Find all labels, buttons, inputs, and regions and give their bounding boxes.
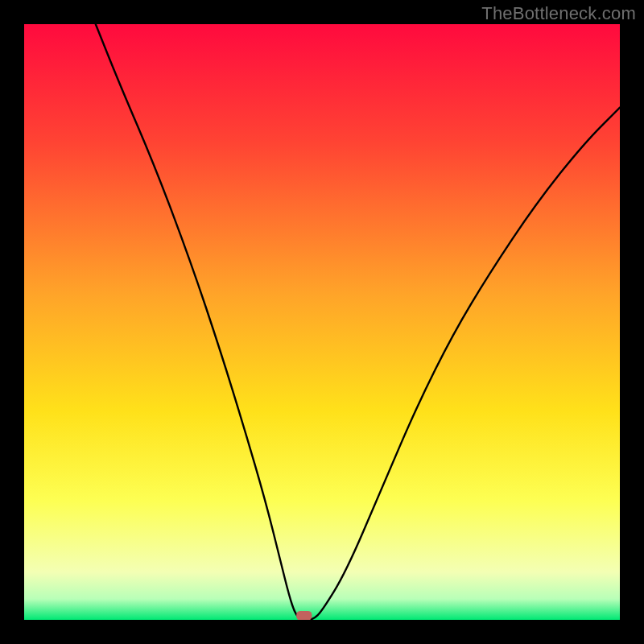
- bottleneck-chart: [24, 24, 620, 620]
- plot-background: [24, 24, 620, 620]
- optimum-marker: [296, 611, 312, 620]
- watermark-text: TheBottleneck.com: [481, 3, 636, 24]
- chart-frame: TheBottleneck.com: [0, 0, 644, 644]
